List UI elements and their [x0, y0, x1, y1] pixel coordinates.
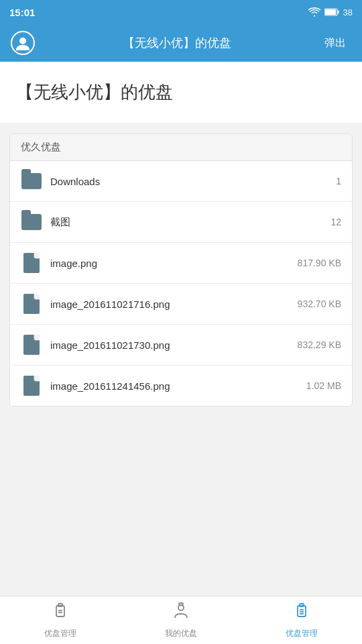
battery-icon	[324, 8, 339, 16]
svg-point-8	[178, 605, 184, 610]
file-size: 1	[336, 176, 341, 186]
svg-rect-11	[300, 604, 304, 606]
page-title: 【无线小优】的优盘	[16, 80, 346, 104]
file-row[interactable]: image_201611021716.png 932.70 KB	[10, 284, 352, 325]
nav-label-my-udisk: 我的优盘	[165, 628, 197, 639]
file-size: 12	[330, 217, 341, 227]
my-udisk-icon	[172, 602, 190, 625]
file-row[interactable]: 截图 12	[10, 202, 352, 243]
active-udisk-icon	[292, 602, 311, 625]
svg-rect-1	[325, 9, 336, 15]
file-doc-icon	[21, 334, 42, 356]
svg-rect-2	[337, 11, 339, 14]
section-header: 优久优盘	[10, 134, 352, 161]
file-name: image_201611021730.png	[50, 339, 292, 351]
file-name: image_201611241456.png	[50, 380, 301, 392]
file-name: image.png	[50, 258, 292, 269]
file-size: 817.90 KB	[298, 258, 341, 268]
file-doc-icon	[21, 293, 42, 315]
file-name: 截图	[50, 216, 325, 229]
app-header: 【无线小优】的优盘 弹出	[0, 24, 362, 62]
nav-label-active: 优盘管理	[286, 628, 318, 639]
nav-label-udisk-manage: 优盘管理	[44, 628, 76, 639]
folder-icon	[21, 170, 42, 192]
battery-level: 38	[343, 7, 353, 17]
file-row[interactable]: Downloads 1	[10, 161, 352, 202]
svg-point-3	[19, 38, 26, 44]
folder-icon	[21, 211, 42, 233]
header-title: 【无线小优】的优盘	[42, 35, 312, 51]
file-name: Downloads	[50, 176, 330, 187]
svg-rect-10	[298, 606, 306, 616]
nav-item-active[interactable]: 优盘管理	[241, 602, 362, 639]
file-size: 1.02 MB	[306, 380, 341, 391]
file-row[interactable]: image.png 817.90 KB	[10, 243, 352, 284]
avatar-icon	[15, 36, 30, 50]
wifi-icon	[308, 7, 320, 17]
file-name: image_201611021716.png	[50, 299, 292, 310]
nav-item-my-udisk[interactable]: 我的优盘	[121, 602, 241, 639]
usb-manage-icon	[51, 602, 70, 625]
svg-rect-9	[179, 603, 183, 605]
nav-item-udisk-manage[interactable]: 优盘管理	[0, 602, 121, 639]
file-row[interactable]: image_201611241456.png 1.02 MB	[10, 366, 352, 406]
page-title-area: 【无线小优】的优盘	[0, 62, 362, 123]
file-doc-icon	[21, 375, 42, 396]
svg-rect-4	[56, 606, 64, 616]
file-doc-icon	[21, 252, 42, 274]
eject-button[interactable]: 弹出	[319, 34, 351, 53]
file-row[interactable]: image_201611021730.png 832.29 KB	[10, 325, 352, 366]
file-size: 932.70 KB	[298, 299, 341, 309]
user-avatar[interactable]	[11, 31, 35, 55]
svg-rect-5	[58, 604, 62, 606]
bottom-nav: 优盘管理 我的优盘 优盘管理	[0, 596, 362, 644]
file-list-container: 优久优盘 Downloads 1 截图 12 image.png 817.90 …	[9, 133, 353, 407]
status-bar: 15:01 38	[0, 0, 362, 24]
file-size: 832.29 KB	[298, 339, 341, 350]
status-icons: 38	[308, 7, 353, 17]
status-time: 15:01	[9, 7, 35, 18]
